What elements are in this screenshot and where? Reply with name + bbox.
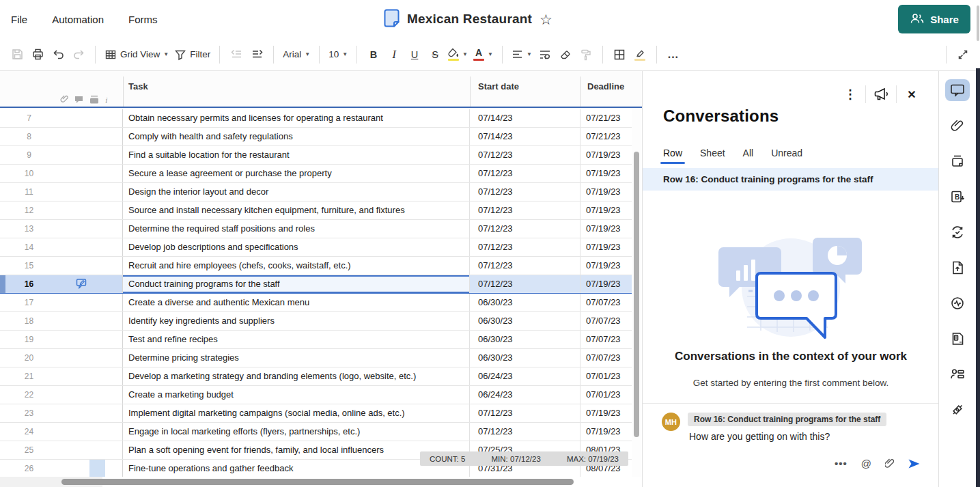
proof-slot[interactable] xyxy=(89,441,105,459)
deadline-cell[interactable]: 07/19/23 xyxy=(580,165,632,182)
comment-slot[interactable] xyxy=(74,257,89,275)
proof-slot[interactable] xyxy=(89,201,105,219)
proof-slot[interactable] xyxy=(89,367,105,385)
filter-button[interactable]: Filter xyxy=(171,44,213,65)
start-date-cell[interactable]: 06/24/23 xyxy=(470,386,580,404)
table-row[interactable]: 22Create a marketing budget06/24/2307/01… xyxy=(0,386,632,404)
attachment-slot[interactable] xyxy=(58,275,74,293)
wrap-text-button[interactable] xyxy=(535,44,555,65)
info-slot[interactable] xyxy=(105,441,121,459)
comment-slot[interactable] xyxy=(74,367,89,385)
table-row[interactable]: 12Source and install necessary kitchen e… xyxy=(0,201,632,220)
start-date-cell[interactable]: 07/12/23 xyxy=(470,183,580,201)
proofs-icon[interactable] xyxy=(945,150,970,172)
task-cell[interactable]: Develop job descriptions and specificati… xyxy=(123,238,470,256)
tab-all[interactable]: All xyxy=(743,148,754,164)
save-button[interactable] xyxy=(7,44,27,65)
redo-button[interactable] xyxy=(68,44,89,65)
deadline-cell[interactable]: 07/19/23 xyxy=(580,146,632,164)
deadline-cell[interactable]: 07/07/23 xyxy=(580,294,632,311)
italic-button[interactable]: I xyxy=(384,44,404,65)
strikethrough-button[interactable]: S xyxy=(425,44,445,65)
start-date-cell[interactable]: 07/12/23 xyxy=(470,201,580,219)
table-row[interactable]: 13Determine the required staff positions… xyxy=(0,220,632,238)
row-number-cell[interactable]: 14 xyxy=(0,238,123,256)
row-number-cell[interactable]: 10 xyxy=(0,165,123,182)
vertical-scrollbar-thumb[interactable] xyxy=(634,152,639,437)
table-row[interactable]: 16Conduct training programs for the staf… xyxy=(0,275,632,294)
deadline-cell[interactable]: 07/01/23 xyxy=(580,367,632,385)
row-number-cell[interactable]: 22 xyxy=(0,386,123,404)
table-row[interactable]: 14Develop job descriptions and specifica… xyxy=(0,238,632,257)
comment-slot[interactable] xyxy=(74,183,89,201)
table-row[interactable]: 15Recruit and hire employees (chefs, coo… xyxy=(0,257,632,275)
row-number-cell[interactable]: 16 xyxy=(0,275,123,293)
bold-button[interactable]: B xyxy=(363,44,384,65)
conversations-icon[interactable] xyxy=(945,79,970,101)
more-options-button[interactable]: ... xyxy=(663,44,684,65)
attachment-slot[interactable] xyxy=(58,460,74,477)
menu-item-forms[interactable]: Forms xyxy=(128,14,158,25)
attachment-slot[interactable] xyxy=(58,294,74,311)
comment-slot[interactable] xyxy=(74,220,89,238)
proof-slot[interactable] xyxy=(89,312,105,330)
info-slot[interactable] xyxy=(105,349,121,367)
menu-item-automation[interactable]: Automation xyxy=(52,14,104,25)
horizontal-scrollbar-thumb[interactable] xyxy=(61,479,574,485)
start-date-cell[interactable]: 07/12/23 xyxy=(470,423,580,441)
comment-slot[interactable] xyxy=(74,423,89,441)
deadline-cell[interactable]: 07/21/23 xyxy=(580,109,632,127)
row-number-cell[interactable]: 9 xyxy=(0,146,123,164)
table-row[interactable]: 17Create a diverse and authentic Mexican… xyxy=(0,294,632,312)
task-cell[interactable]: Implement digital marketing campaigns (s… xyxy=(123,404,470,422)
task-cell[interactable]: Fine-tune operations and gather feedback xyxy=(123,460,470,477)
task-cell[interactable]: Recruit and hire employees (chefs, cooks… xyxy=(123,257,470,275)
task-cell[interactable]: Source and install necessary kitchen equ… xyxy=(123,201,470,219)
proof-slot[interactable] xyxy=(89,423,105,441)
table-row[interactable]: 23Implement digital marketing campaigns … xyxy=(0,404,632,423)
attachment-slot[interactable] xyxy=(58,238,74,256)
tab-unread[interactable]: Unread xyxy=(771,148,802,164)
deadline-cell[interactable]: 07/19/23 xyxy=(580,404,632,422)
start-date-cell[interactable]: 07/12/23 xyxy=(470,257,580,275)
attachment-slot[interactable] xyxy=(58,128,74,145)
comment-draft-text[interactable]: How are you getting on with this? xyxy=(689,431,830,442)
task-cell[interactable]: Engage in local marketing efforts (flyer… xyxy=(123,423,470,441)
attachments-icon[interactable] xyxy=(945,115,970,137)
start-date-cell[interactable]: 06/30/23 xyxy=(470,294,580,311)
task-cell[interactable]: Determine the required staff positions a… xyxy=(123,220,470,238)
proof-slot[interactable] xyxy=(89,165,105,182)
menu-item-file[interactable]: File xyxy=(11,14,27,25)
vertical-scrollbar[interactable] xyxy=(632,109,642,477)
outdent-button[interactable] xyxy=(226,44,247,65)
proof-slot[interactable] xyxy=(89,146,105,164)
proof-slot[interactable] xyxy=(89,275,105,293)
attachment-slot[interactable] xyxy=(58,257,74,275)
underline-button[interactable]: U xyxy=(404,44,425,65)
task-cell[interactable]: Create a diverse and authentic Mexican m… xyxy=(123,294,470,311)
start-date-cell[interactable]: 07/12/23 xyxy=(470,220,580,238)
table-row[interactable]: 21Develop a marketing strategy and brand… xyxy=(0,367,632,386)
row-number-cell[interactable]: 25 xyxy=(0,441,123,459)
row-number-cell[interactable]: 19 xyxy=(0,331,123,348)
info-slot[interactable] xyxy=(105,275,121,293)
publish-icon[interactable] xyxy=(945,257,970,279)
view-selector[interactable]: Grid View ▼ xyxy=(102,44,171,65)
start-date-cell[interactable]: 06/30/23 xyxy=(470,312,580,330)
row-number-cell[interactable]: 20 xyxy=(0,349,123,367)
start-date-cell[interactable]: 07/12/23 xyxy=(470,146,580,164)
clear-format-button[interactable] xyxy=(555,44,576,65)
attachment-slot[interactable] xyxy=(58,441,74,459)
info-slot[interactable] xyxy=(105,367,121,385)
align-button[interactable]: ▼ xyxy=(509,44,535,65)
deadline-cell[interactable]: 07/19/23 xyxy=(580,183,632,201)
highlight-button[interactable] xyxy=(630,44,650,65)
info-slot[interactable] xyxy=(105,386,121,404)
attachment-slot[interactable] xyxy=(58,404,74,422)
tab-row[interactable]: Row xyxy=(663,148,682,164)
task-cell[interactable]: Create a marketing budget xyxy=(123,386,470,404)
table-row[interactable]: 11Design the interior layout and decor07… xyxy=(0,183,632,201)
info-slot[interactable] xyxy=(105,404,121,422)
deadline-cell[interactable]: 07/19/23 xyxy=(580,220,632,238)
attachment-slot[interactable] xyxy=(58,423,74,441)
